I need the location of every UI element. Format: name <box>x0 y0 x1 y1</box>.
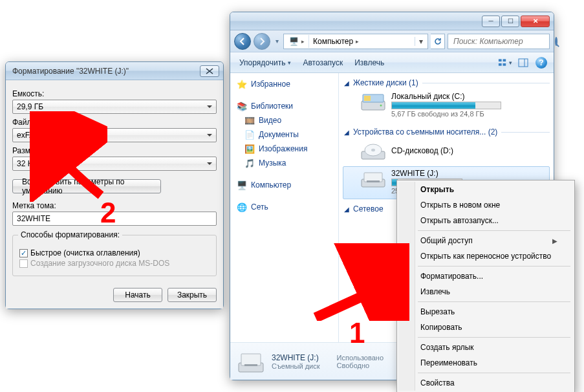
menu-copy[interactable]: Копировать <box>398 320 573 335</box>
msdos-boot-checkbox: Создание загрузочного диска MS-DOS <box>19 259 210 268</box>
details-title: 32WHITE (J:) <box>272 353 320 362</box>
cluster-select[interactable]: 32 КБ <box>12 157 217 171</box>
format-dialog-title: Форматирование "32WHITE (J:)" <box>10 67 200 76</box>
menu-create-shortcut[interactable]: Создать ярлык <box>398 340 573 355</box>
format-options-group: Способы форматирования: Быстрое (очистка… <box>12 235 217 276</box>
svg-rect-2 <box>499 63 502 65</box>
refresh-button[interactable] <box>431 34 445 49</box>
msdos-boot-label: Создание загрузочного диска MS-DOS <box>30 259 169 268</box>
menu-properties[interactable]: Свойства <box>398 375 573 391</box>
context-menu: Открыть Открыть в новом окне Открыть авт… <box>396 180 575 392</box>
explorer-titlebar[interactable]: ─ ☐ ✕ <box>230 12 554 30</box>
menu-rename[interactable]: Переименовать <box>398 355 573 371</box>
organize-button[interactable]: Упорядочить▾ <box>235 56 295 70</box>
annotation-number-1: 1 <box>349 317 365 349</box>
back-button[interactable] <box>234 33 251 50</box>
format-dialog-titlebar[interactable]: Форматирование "32WHITE (J:)" <box>6 62 223 80</box>
svg-point-9 <box>380 105 382 107</box>
details-subtitle: Съемный диск <box>272 362 320 370</box>
svg-point-12 <box>371 149 375 151</box>
preview-pane-button[interactable] <box>516 56 530 70</box>
nav-documents[interactable]: 📄 Документы <box>233 127 336 142</box>
computer-icon: 🖥️ <box>237 180 247 190</box>
drive-c-usage-bar <box>391 102 501 109</box>
menu-cut[interactable]: Вырезать <box>398 304 573 320</box>
nav-computer[interactable]: 🖥️ Компьютер <box>233 178 336 192</box>
view-mode-button[interactable]: ▾ <box>498 56 512 70</box>
explorer-nav-row: ▾ 🖥️ ▸ Компьютер ▸ ▾ <box>230 30 554 52</box>
nav-favorites[interactable]: ⭐ Избранное <box>233 77 336 91</box>
nav-images[interactable]: 🖼️ Изображения <box>233 142 336 156</box>
search-input[interactable] <box>448 34 550 49</box>
capacity-select[interactable]: 29,9 ГБ <box>12 100 217 114</box>
explorer-toolbar: Упорядочить▾ Автозапуск Извлечь ▾ ? <box>230 52 554 73</box>
drive-c[interactable]: Локальный диск (C:) 5,67 ГБ свободно из … <box>343 89 550 122</box>
forward-button[interactable] <box>254 33 270 50</box>
checkbox-icon <box>19 249 28 257</box>
address-bar[interactable]: 🖥️ ▸ Компьютер ▸ ▾ <box>283 34 428 49</box>
drive-c-name: Локальный диск (C:) <box>391 92 501 101</box>
video-icon: 🎞️ <box>244 115 255 125</box>
close-button[interactable]: Закрыть <box>168 288 217 302</box>
nav-videos[interactable]: 🎞️ Видео <box>233 113 336 127</box>
menu-eject[interactable]: Извлечь <box>398 284 573 299</box>
breadcrumb-item[interactable]: Компьютер ▸ <box>309 35 415 48</box>
checkbox-icon <box>19 259 28 268</box>
capacity-value: 29,9 ГБ <box>17 102 43 111</box>
restore-defaults-button[interactable]: Восстановить параметры по умолчанию <box>12 179 161 193</box>
group-removable[interactable]: ◢ Устройства со съемными носителя... (2) <box>343 126 550 138</box>
quick-format-label: Быстрое (очистка оглавления) <box>30 248 140 257</box>
images-icon: 🖼️ <box>244 144 255 154</box>
group-label: Сетевое <box>353 204 384 213</box>
svg-rect-1 <box>503 59 506 61</box>
group-label: Жесткие диски (1) <box>353 78 418 87</box>
removable-drive-icon <box>237 349 265 375</box>
breadcrumb-computer-icon[interactable]: 🖥️ ▸ <box>285 35 309 48</box>
menu-share[interactable]: Общий доступ▶ <box>398 233 573 248</box>
nav-network[interactable]: 🌐 Сеть <box>233 200 336 214</box>
eject-button[interactable]: Извлечь <box>351 56 388 70</box>
help-button[interactable]: ? <box>534 56 548 70</box>
close-icon[interactable] <box>200 65 219 77</box>
filesystem-select[interactable]: exFAT <box>12 128 217 142</box>
help-icon: ? <box>535 57 547 69</box>
maximize-icon[interactable]: ☐ <box>501 16 519 27</box>
menu-open-autoplay[interactable]: Открыть автозапуск... <box>398 213 573 228</box>
breadcrumb-label: Компьютер <box>313 37 353 46</box>
menu-open[interactable]: Открыть <box>398 182 573 197</box>
svg-rect-4 <box>519 59 528 67</box>
search-field[interactable] <box>452 36 552 47</box>
collapse-icon: ◢ <box>344 129 349 136</box>
svg-rect-14 <box>364 173 382 182</box>
nav-music[interactable]: 🎵 Музыка <box>233 156 336 170</box>
svg-rect-18 <box>244 364 257 366</box>
menu-open-new-window[interactable]: Открыть в новом окне <box>398 197 573 213</box>
drive-d[interactable]: CD-дисковод (D:) <box>343 138 550 166</box>
svg-rect-15 <box>367 180 380 182</box>
svg-rect-0 <box>499 59 502 61</box>
collapse-icon: ◢ <box>344 80 349 87</box>
autoplay-button[interactable]: Автозапуск <box>299 56 347 70</box>
format-dialog: Форматирование "32WHITE (J:)" Емкость: 2… <box>5 61 224 309</box>
hdd-icon <box>360 92 386 113</box>
history-dropdown-icon[interactable]: ▾ <box>273 38 281 45</box>
submenu-arrow-icon: ▶ <box>552 237 557 245</box>
cluster-label: Размер кластера: <box>12 146 217 155</box>
filesystem-value: exFAT <box>17 131 39 140</box>
start-button[interactable]: Начать <box>113 288 162 302</box>
menu-open-portable[interactable]: Открыть как переносное устройство <box>398 248 573 264</box>
nav-libraries[interactable]: 📚 Библиотеки <box>233 99 336 113</box>
minimize-icon[interactable]: ─ <box>482 16 500 27</box>
group-hard-drives[interactable]: ◢ Жесткие диски (1) <box>343 77 550 89</box>
group-label: Устройства со съемными носителя... (2) <box>353 127 497 136</box>
music-icon: 🎵 <box>244 158 255 168</box>
menu-format[interactable]: Форматировать... <box>398 268 573 284</box>
details-col-used: Использовано <box>337 354 384 362</box>
computer-icon: 🖥️ <box>289 37 299 46</box>
address-dropdown-icon[interactable]: ▾ <box>415 37 426 46</box>
close-icon[interactable]: ✕ <box>521 16 550 27</box>
svg-rect-17 <box>241 354 261 365</box>
quick-format-checkbox[interactable]: Быстрое (очистка оглавления) <box>19 248 210 257</box>
collapse-icon: ◢ <box>344 206 349 213</box>
cd-drive-icon <box>360 141 386 162</box>
